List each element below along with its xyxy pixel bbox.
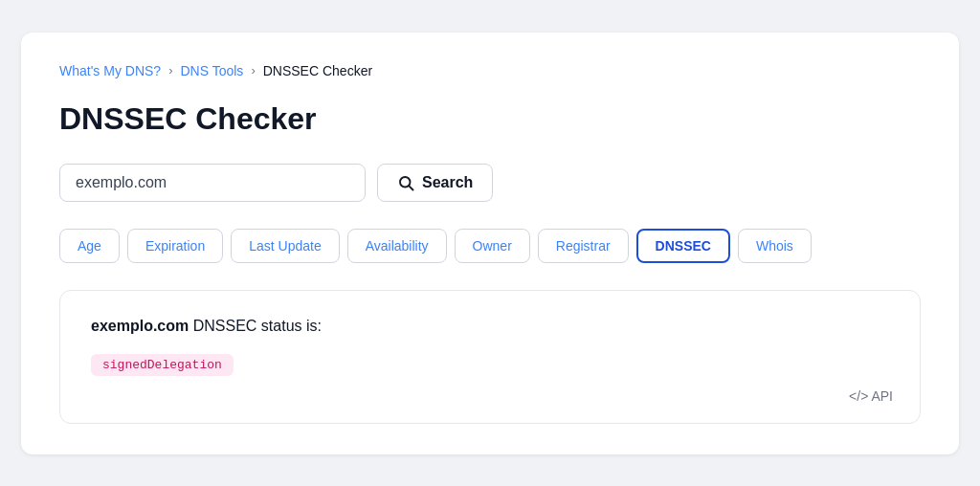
breadcrumb: What's My DNS? › DNS Tools › DNSSEC Chec…	[59, 63, 921, 78]
tab-age[interactable]: Age	[59, 229, 120, 263]
breadcrumb-separator-2: ›	[251, 63, 255, 77]
breadcrumb-link-home[interactable]: What's My DNS?	[59, 63, 161, 78]
tabs-row: Age Expiration Last Update Availability …	[59, 229, 921, 263]
tab-availability[interactable]: Availability	[347, 229, 447, 263]
tab-dnssec[interactable]: DNSSEC	[636, 229, 730, 263]
tab-expiration[interactable]: Expiration	[127, 229, 223, 263]
search-input[interactable]	[59, 164, 366, 202]
breadcrumb-current: DNSSEC Checker	[263, 63, 372, 78]
result-status-label: DNSSEC status is:	[189, 318, 322, 334]
tab-whois[interactable]: Whois	[738, 229, 812, 263]
result-status-text: exemplo.com DNSSEC status is:	[91, 318, 889, 335]
tab-registrar[interactable]: Registrar	[538, 229, 629, 263]
result-domain: exemplo.com	[91, 318, 189, 334]
api-link[interactable]: </> API	[849, 388, 893, 404]
search-row: Search	[59, 164, 921, 202]
status-badge: signedDelegation	[91, 354, 234, 376]
tab-last-update[interactable]: Last Update	[231, 229, 340, 263]
result-card: exemplo.com DNSSEC status is: signedDele…	[59, 290, 921, 424]
search-button-label: Search	[422, 174, 473, 191]
svg-line-1	[409, 186, 412, 189]
page-wrapper: What's My DNS? › DNS Tools › DNSSEC Chec…	[21, 33, 959, 454]
page-title: DNSSEC Checker	[59, 101, 921, 137]
tab-owner[interactable]: Owner	[455, 229, 530, 263]
search-button[interactable]: Search	[377, 164, 493, 202]
breadcrumb-link-dns-tools[interactable]: DNS Tools	[180, 63, 243, 78]
search-icon	[397, 174, 414, 191]
breadcrumb-separator-1: ›	[168, 63, 172, 77]
